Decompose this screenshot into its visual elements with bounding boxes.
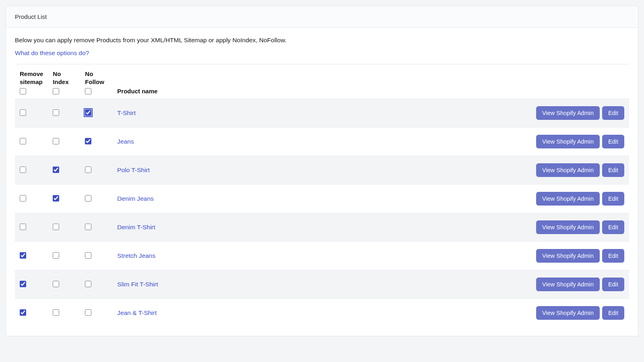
edit-button[interactable]: Edit	[602, 306, 624, 320]
header-product-name: Product name	[112, 64, 285, 99]
product-name-link[interactable]: Jean & T-Shirt	[117, 309, 157, 316]
view-shopify-admin-button[interactable]: View Shopify Admin	[536, 249, 600, 263]
no-follow-checkbox[interactable]	[85, 167, 91, 173]
no-index-checkbox[interactable]	[53, 252, 59, 259]
no-index-checkbox[interactable]	[53, 109, 59, 116]
header-no-index-label: No Index	[53, 70, 75, 86]
no-index-checkbox[interactable]	[53, 167, 59, 173]
panel-body: Below you can apply remove Products from…	[6, 28, 638, 336]
header-remove-sitemap: Remove sitemap	[15, 64, 48, 99]
no-index-checkbox[interactable]	[53, 195, 59, 202]
product-name-link[interactable]: Polo T-Shirt	[117, 167, 150, 173]
intro-text: Below you can apply remove Products from…	[15, 37, 629, 44]
product-list-panel: Product List Below you can apply remove …	[6, 6, 638, 336]
remove-sitemap-checkbox[interactable]	[20, 167, 26, 173]
no-index-checkbox[interactable]	[53, 281, 59, 287]
product-name-link[interactable]: Jeans	[117, 138, 134, 145]
edit-button[interactable]: Edit	[602, 249, 624, 263]
table-row: T-ShirtView Shopify AdminEdit	[15, 99, 629, 128]
edit-button[interactable]: Edit	[602, 278, 624, 291]
table-wrapper: Remove sitemap No Index	[15, 64, 629, 327]
table-row: Slim Fit T-ShirtView Shopify AdminEdit	[15, 270, 629, 299]
product-name-link[interactable]: Denim T-Shirt	[117, 224, 155, 230]
header-no-follow: No Follow	[80, 64, 112, 99]
remove-sitemap-checkbox[interactable]	[20, 195, 26, 202]
remove-sitemap-checkbox[interactable]	[20, 109, 26, 116]
remove-sitemap-checkbox[interactable]	[20, 224, 26, 230]
edit-button[interactable]: Edit	[602, 220, 624, 234]
no-follow-checkbox[interactable]	[85, 195, 91, 202]
header-no-index-checkbox[interactable]	[53, 88, 59, 95]
view-shopify-admin-button[interactable]: View Shopify Admin	[536, 106, 600, 120]
header-no-follow-checkbox[interactable]	[85, 88, 91, 95]
no-follow-checkbox[interactable]	[85, 138, 91, 144]
view-shopify-admin-button[interactable]: View Shopify Admin	[536, 135, 600, 148]
product-name-link[interactable]: Denim Jeans	[117, 195, 153, 202]
edit-button[interactable]: Edit	[602, 163, 624, 177]
table-row: Denim JeansView Shopify AdminEdit	[15, 185, 629, 213]
view-shopify-admin-button[interactable]: View Shopify Admin	[536, 192, 600, 206]
table-header-row: Remove sitemap No Index	[15, 64, 629, 99]
table-row: Denim T-ShirtView Shopify AdminEdit	[15, 213, 629, 242]
table-row: Jean & T-ShirtView Shopify AdminEdit	[15, 299, 629, 327]
no-index-checkbox[interactable]	[53, 224, 59, 230]
header-no-follow-label: No Follow	[85, 70, 107, 86]
product-name-link[interactable]: T-Shirt	[117, 109, 136, 116]
edit-button[interactable]: Edit	[602, 135, 624, 148]
no-follow-checkbox[interactable]	[85, 109, 91, 116]
view-shopify-admin-button[interactable]: View Shopify Admin	[536, 163, 600, 177]
no-follow-checkbox[interactable]	[85, 281, 91, 287]
no-index-checkbox[interactable]	[53, 138, 59, 144]
view-shopify-admin-button[interactable]: View Shopify Admin	[536, 278, 600, 291]
no-follow-checkbox[interactable]	[85, 309, 91, 316]
help-link[interactable]: What do these options do?	[15, 49, 89, 57]
edit-button[interactable]: Edit	[602, 192, 624, 206]
no-index-checkbox[interactable]	[53, 309, 59, 316]
remove-sitemap-checkbox[interactable]	[20, 252, 26, 259]
product-name-link[interactable]: Stretch Jeans	[117, 252, 155, 259]
table-row: Stretch JeansView Shopify AdminEdit	[15, 242, 629, 270]
view-shopify-admin-button[interactable]: View Shopify Admin	[536, 220, 600, 234]
no-follow-checkbox[interactable]	[85, 224, 91, 230]
remove-sitemap-checkbox[interactable]	[20, 281, 26, 287]
header-remove-sitemap-label: Remove sitemap	[20, 70, 43, 86]
remove-sitemap-checkbox[interactable]	[20, 309, 26, 316]
no-follow-checkbox[interactable]	[85, 252, 91, 259]
product-name-link[interactable]: Slim Fit T-Shirt	[117, 281, 158, 288]
edit-button[interactable]: Edit	[602, 106, 624, 120]
header-remove-sitemap-checkbox[interactable]	[20, 88, 26, 95]
panel-title: Product List	[6, 6, 638, 28]
header-actions	[285, 64, 629, 99]
table-row: JeansView Shopify AdminEdit	[15, 128, 629, 156]
product-table: Remove sitemap No Index	[15, 64, 629, 327]
remove-sitemap-checkbox[interactable]	[20, 138, 26, 144]
header-no-index: No Index	[48, 64, 80, 99]
view-shopify-admin-button[interactable]: View Shopify Admin	[536, 306, 600, 320]
table-row: Polo T-ShirtView Shopify AdminEdit	[15, 156, 629, 185]
